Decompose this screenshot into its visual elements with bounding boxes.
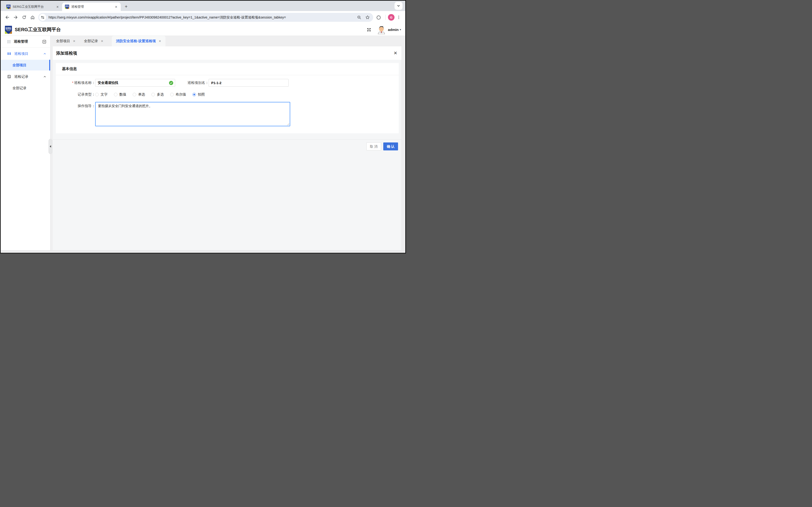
forward-button[interactable] [11,13,20,21]
add-item-dialog: 添加巡检项 ✕ 基本信息 *巡检项名称： [53,46,402,250]
name-input[interactable] [95,79,175,87]
browser-profile-avatar[interactable]: G [388,14,394,20]
favicon-text: ERG [6,5,10,7]
browser-window: ERG SERG工业互联网平台 ✕ ERG 巡检管理 ✕ + [0,0,406,253]
dialog-title: 添加巡检项 [56,50,77,56]
reload-button[interactable] [20,13,29,21]
fullscreen-icon[interactable] [367,27,371,32]
record-type-label: 记录类型： [56,92,95,97]
tab-search-button[interactable] [394,2,402,10]
erg-favicon: ERG [65,5,69,9]
address-bar[interactable]: https://serg.mixyun.com/mixapplication/#… [38,13,373,22]
sidebar-item-all-projects[interactable]: 全部项目 [1,60,50,70]
erg-favicon: ERG [6,5,10,9]
tab-close-icon[interactable]: ✕ [101,39,103,43]
sidebar-module-header: 巡检管理 [1,36,50,48]
tab-title: 巡检管理 [71,5,114,9]
chevron-up-icon[interactable] [43,75,46,78]
home-button[interactable] [29,13,37,21]
radio-icon [114,93,117,96]
sidebar: 巡检管理 巡检项目 全部项目 [1,36,50,250]
zoom-icon[interactable] [357,15,362,20]
instruction-textarea-wrap: 要拍摄从安全门到安全通道的照片。 [95,102,290,126]
alias-input-wrap [209,79,288,87]
workspace-tab-fire-inspection[interactable]: 消防安全巡检-设置巡检项 ✕ [112,36,165,46]
browser-tab-2-active[interactable]: ERG 巡检管理 ✕ [62,3,121,11]
window-select-icon[interactable] [42,40,46,44]
tab-close-icon[interactable]: ✕ [114,5,118,9]
radio-text[interactable]: 文字 [95,92,108,97]
form-row-instruction: 操作指导： 要拍摄从安全门到安全通道的照片。 [56,102,399,126]
workspace-tabbar: 全部项目 ✕ 全部记录 ✕ 消防安全巡检-设置巡检项 ✕ [50,36,402,46]
instruction-textarea[interactable]: 要拍摄从安全门到安全通道的照片。 [95,102,290,126]
back-button[interactable] [3,13,11,21]
radio-icon [170,93,174,96]
record-calc-icon [7,74,11,79]
sidebar-collapse-handle[interactable] [49,139,52,154]
form-row-name: *巡检项名称： 巡检项别名： [56,79,399,87]
cancel-button[interactable]: 取 消 [366,143,381,151]
alias-label: 巡检项别名： [175,80,209,85]
chevron-up-icon[interactable] [43,52,46,55]
tab-title: SERG工业互联网平台 [13,5,55,9]
valid-check-icon [169,81,173,85]
alias-input[interactable] [209,79,288,87]
extensions-icon[interactable] [375,13,383,21]
dialog-close-icon[interactable]: ✕ [393,50,397,56]
radio-icon [151,93,155,96]
tab-close-icon[interactable]: ✕ [159,39,161,43]
url-text[interactable]: https://serg.mixyun.com/mixapplication/#… [49,15,353,20]
radio-multi-select[interactable]: 多选 [151,92,164,97]
user-menu-caret-icon[interactable]: ▾ [400,28,401,31]
tab-label: 全部项目 [56,39,70,43]
browser-toolbar: https://serg.mixyun.com/mixapplication/#… [1,11,405,24]
name-input-wrap [95,79,175,87]
tab-close-icon[interactable]: ✕ [73,39,75,43]
group-label: 巡检项目 [14,52,43,56]
site-settings-icon[interactable] [39,14,46,21]
workspace-tab-all-projects[interactable]: 全部项目 ✕ [56,39,75,43]
radio-photo-selected[interactable]: 拍照 [193,92,205,97]
browser-menu-icon[interactable] [394,13,403,21]
collapse-arrow-icon [50,145,51,148]
browser-tab-1[interactable]: ERG SERG工业互联网平台 ✕ [3,3,62,11]
dialog-footer: 取 消 确 认 [53,139,401,153]
record-type-radio-group: 文字 数值 单选 多选 布尔值 拍照 [95,92,211,97]
bookmark-star-icon[interactable] [365,15,370,20]
dialog-header: 添加巡检项 ✕ [53,46,401,60]
sidebar-item-all-records[interactable]: 全部记录 [1,83,50,94]
workspace-tab-all-records[interactable]: 全部记录 ✕ [84,39,103,43]
favicon-text: ERG [65,5,69,7]
radio-icon [193,93,196,96]
radio-boolean[interactable]: 布尔值 [170,92,186,97]
name-label: *巡检项名称： [56,80,95,85]
user-avatar[interactable] [377,25,386,34]
sidebar-group-projects[interactable]: 巡检项目 [1,48,50,60]
required-mark: * [72,80,73,84]
sidebar-group-records[interactable]: 巡检记录 [1,70,50,83]
form-row-record-type: 记录类型： 文字 数值 单选 多选 布尔值 拍照 [56,92,399,97]
main-area: 全部项目 ✕ 全部记录 ✕ 消防安全巡检-设置巡检项 ✕ 添加巡检项 ✕ [50,36,405,250]
app-logo: ERG Sample [5,26,12,34]
content-area: 巡检管理 巡检项目 全部项目 [1,36,405,250]
app-header: ERG Sample SERG工业互联网平台 admin ▾ [1,24,405,36]
toolbar-divider [385,15,386,20]
radio-icon [133,93,136,96]
new-tab-button[interactable]: + [123,3,129,10]
instruction-label: 操作指导： [56,102,95,108]
radio-single-select[interactable]: 单选 [133,92,145,97]
browser-tabstrip: ERG SERG工业互联网平台 ✕ ERG 巡检管理 ✕ + [1,1,405,11]
radio-icon [95,93,99,96]
section-title: 基本信息 [62,66,77,71]
radio-number[interactable]: 数值 [114,92,126,97]
confirm-button[interactable]: 确 认 [383,143,398,151]
grid-icon [7,40,11,44]
tab-label: 全部记录 [84,39,98,43]
resize-grip-icon[interactable] [287,123,289,125]
logo-text: ERG [5,27,12,30]
username[interactable]: admin [388,27,399,32]
app-title: SERG工业互联网平台 [15,26,367,33]
tab-close-icon[interactable]: ✕ [55,5,60,9]
item-label: 全部记录 [12,86,26,91]
panel-header: 基本信息 [56,63,399,75]
